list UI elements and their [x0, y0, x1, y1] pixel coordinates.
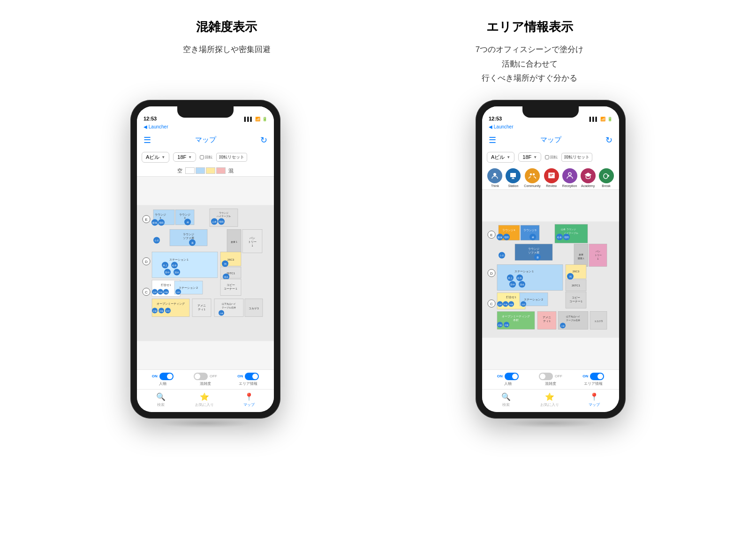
toggle-pill-area-r[interactable] — [590, 373, 604, 380]
tab-search-right[interactable]: 🔍 検索 — [501, 392, 511, 407]
floor-dropdown-left[interactable]: 18F ▼ — [173, 152, 196, 162]
toggle-pill-area[interactable] — [245, 373, 259, 380]
right-title: エリア情報表示 — [436, 19, 623, 35]
review-label: Review — [546, 184, 557, 188]
svg-text:森: 森 — [191, 241, 194, 244]
area-icon-academy[interactable]: Academy — [581, 168, 596, 188]
nav-title-left: マップ — [195, 135, 216, 144]
reset-btn-right[interactable]: 回転リセット — [561, 153, 592, 162]
svg-text:佐藤: 佐藤 — [153, 309, 157, 312]
phone-screen-left: 12:53 ▌▌▌ 📶 🔋 ◀ Launcher ☰ マップ ↻ Aビル — [137, 106, 274, 412]
tab-favorites-left[interactable]: ⭐ お気に入り — [195, 392, 214, 407]
svg-text:小林: 小林 — [219, 312, 223, 314]
toggle-row-person: ON — [152, 373, 174, 380]
svg-text:岡: 岡 — [569, 276, 572, 278]
search-tab-label-r: 検索 — [502, 402, 510, 407]
svg-text:C: C — [490, 301, 493, 306]
svg-text:石田: 石田 — [176, 291, 180, 293]
area-icon-station[interactable]: Station — [506, 168, 521, 188]
reset-btn-left[interactable]: 回転リセット — [216, 153, 247, 162]
toggle-crowd-left: OFF 混雑度 — [194, 373, 217, 386]
toggle-pill-crowd[interactable] — [194, 373, 208, 380]
svg-text:本村: 本村 — [166, 309, 170, 312]
map-svg-right: E ラウンジ4 飯塚 増田 ラウンジ3 林 山本 ラウン — [482, 190, 619, 369]
svg-text:田中: 田中 — [165, 271, 170, 274]
legend-lightblue — [196, 167, 205, 174]
area-icon-reception[interactable]: Reception — [562, 168, 577, 188]
svg-rect-72 — [152, 299, 189, 316]
svg-text:井上: 井上 — [163, 264, 167, 267]
area-icon-review[interactable]: Review — [544, 168, 559, 188]
svg-text:アメニ: アメニ — [197, 304, 206, 307]
right-desc: 7つのオフィスシーンで塗分け 活動に合わせて 行くべき場所がすぐ分かる — [436, 43, 623, 86]
menu-icon-right[interactable]: ☰ — [489, 135, 496, 145]
svg-text:清水: 清水 — [224, 276, 228, 278]
svg-text:パン: パン — [595, 249, 600, 252]
wifi-icon: 📶 — [255, 117, 260, 121]
status-icons-left: ▌▌▌ 📶 🔋 — [244, 117, 267, 121]
svg-text:飯塚: 飯塚 — [498, 236, 502, 239]
toggle-pill-person-r[interactable] — [505, 373, 519, 380]
break-icon-circle — [599, 168, 614, 183]
phone-notch-left — [177, 106, 234, 118]
refresh-icon-right[interactable]: ↻ — [605, 135, 612, 145]
rotate-check-right[interactable]: 回転 — [545, 155, 558, 160]
svg-text:石田: 石田 — [522, 303, 525, 305]
svg-text:倉庫: 倉庫 — [579, 253, 583, 255]
svg-text:田中: 田中 — [510, 283, 515, 286]
floor-dropdown-right[interactable]: 18F ▼ — [518, 152, 541, 162]
svg-text:E: E — [145, 217, 147, 221]
svg-text:増田: 増田 — [159, 221, 164, 224]
toggle-label-person: 人物 — [159, 381, 166, 386]
toggle-pill-person[interactable] — [159, 373, 174, 380]
rotate-check-left[interactable]: 回転 — [200, 155, 212, 160]
page-header: 混雑度表示 空き場所探しや密集回避 エリア情報表示 7つのオフィスシーンで塗分け… — [0, 19, 756, 86]
menu-icon-left[interactable]: ☰ — [144, 135, 151, 145]
think-icon-circle — [487, 168, 502, 183]
back-bar-left[interactable]: ◀ Launcher — [137, 123, 274, 131]
toggle-crowd-right: OFF 混雑度 — [539, 373, 562, 386]
area-icons-row: Think Station Community — [482, 165, 619, 190]
svg-text:松本: 松本 — [557, 236, 562, 239]
svg-text:伊藤: 伊藤 — [509, 303, 513, 305]
refresh-icon-left[interactable]: ↻ — [260, 135, 267, 145]
svg-text:ラウンジ: ラウンジ — [528, 247, 539, 250]
dropdown-arrow-r2: ▼ — [533, 155, 537, 159]
toggle-pill-crowd-r[interactable] — [539, 373, 553, 380]
left-section-header: 混雑度表示 空き場所探しや密集回避 — [133, 19, 320, 86]
area-icon-think[interactable]: Think — [487, 168, 502, 188]
favorites-tab-label: お気に入り — [195, 402, 214, 407]
svg-text:増田: 増田 — [219, 220, 224, 223]
building-dropdown-left[interactable]: Aビル ▼ — [142, 152, 169, 163]
phone-left: 12:53 ▌▌▌ 📶 🔋 ◀ Launcher ☰ マップ ↻ Aビル — [130, 100, 280, 419]
toggle-on-label-r: ON — [497, 374, 503, 378]
legend-full-label: 混 — [228, 167, 234, 174]
tab-map-right[interactable]: 📍 マップ — [589, 392, 600, 407]
svg-point-92 — [530, 173, 532, 176]
svg-text:松本: 松本 — [172, 264, 177, 267]
svg-text:26TC1: 26TC1 — [227, 271, 235, 274]
phone-right: 12:53 ▌▌▌ 📶 🔋 ◀ Launcher ☰ マップ ↻ Aビル — [476, 100, 626, 419]
legend-gradient — [185, 167, 226, 174]
area-icon-community[interactable]: Community — [524, 168, 540, 188]
map-area-left[interactable]: ラウンジ 4 飯塚 増田 ラウンジ 3 林 ラウンジ ハイテー — [137, 177, 274, 369]
reception-label: Reception — [562, 184, 577, 188]
rotate-checkbox-right[interactable] — [545, 155, 549, 159]
tab-search-left[interactable]: 🔍 検索 — [156, 392, 166, 407]
toggle-on-label2: ON — [237, 374, 243, 378]
svg-text:岡: 岡 — [224, 263, 227, 265]
svg-text:伊藤: 伊藤 — [505, 323, 508, 326]
area-icon-break[interactable]: Break — [599, 168, 614, 188]
svg-text:コピー: コピー — [572, 296, 580, 299]
controls-bar-left: Aビル ▼ 18F ▼ 回転 回転リセット — [137, 149, 274, 165]
tab-map-left[interactable]: 📍 マップ — [243, 392, 255, 407]
svg-text:倉庫 1: 倉庫 1 — [231, 240, 237, 243]
tab-favorites-right[interactable]: ⭐ お気に入り — [540, 392, 559, 407]
svg-point-93 — [533, 173, 535, 176]
break-label: Break — [602, 184, 610, 188]
rotate-checkbox-left[interactable] — [200, 155, 204, 159]
building-dropdown-right[interactable]: Aビル ▼ — [487, 152, 514, 163]
toggle-row-area: ON — [237, 373, 259, 380]
map-area-right[interactable]: E ラウンジ4 飯塚 増田 ラウンジ3 林 山本 ラウン — [482, 190, 619, 369]
back-bar-right[interactable]: ◀ Launcher — [482, 123, 619, 131]
